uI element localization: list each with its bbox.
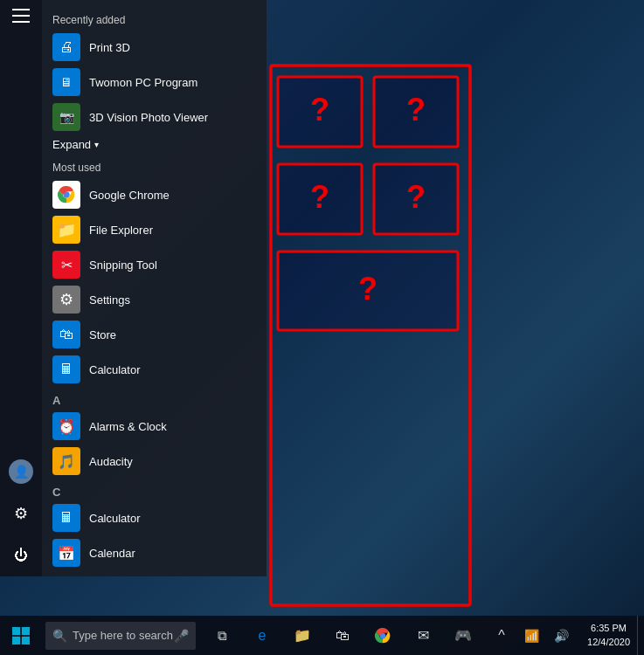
app-icon-snipping: ✂ — [52, 251, 80, 279]
desktop: ? ? ? ? ? 👤 ⚙ ⏻ — [0, 0, 644, 616]
svg-rect-0 — [271, 66, 470, 605]
svg-text:?: ? — [310, 179, 329, 215]
app-icon-audacity: 🎵 — [52, 447, 80, 475]
task-view-icon: ⧉ — [218, 628, 227, 644]
app-item-calendar[interactable]: 📅 Calendar — [42, 535, 267, 570]
app-item-calculator-c[interactable]: 🖩 Calculator — [42, 500, 267, 535]
app-item-settings[interactable]: ⚙ Settings — [42, 282, 267, 317]
app-icon-explorer: 📁 — [52, 216, 80, 244]
power-button[interactable]: ⏻ — [0, 534, 42, 576]
app-item-3dvision[interactable]: 📷 3D Vision Photo Viewer — [42, 100, 267, 134]
app-item-explorer[interactable]: 📁 File Explorer — [42, 212, 267, 247]
app-item-calculator-used[interactable]: 🖩 Calculator — [42, 352, 267, 387]
windows-logo-icon — [12, 627, 30, 645]
show-desktop-button[interactable] — [637, 616, 644, 655]
clock-time: 6:35 PM — [591, 622, 627, 635]
app-name-settings: Settings — [89, 293, 130, 307]
alpha-c: C — [42, 479, 267, 500]
chevron-up-icon: ^ — [498, 628, 505, 644]
app-item-store[interactable]: 🛍 Store — [42, 317, 267, 352]
microphone-icon[interactable]: 🎤 — [174, 629, 189, 643]
recently-added-label: Recently added — [42, 7, 267, 30]
taskbar-pinned-apps: ⧉ e 📁 🛍 ✉ 🎮 — [203, 616, 482, 655]
app-item-chrome[interactable]: Google Chrome — [42, 177, 267, 212]
avatar: 👤 — [9, 459, 33, 484]
taskbar-explorer[interactable]: 📁 — [283, 616, 322, 655]
svg-rect-14 — [12, 636, 20, 644]
svg-rect-9 — [278, 252, 458, 330]
svg-rect-1 — [278, 77, 362, 147]
network-icon: 📶 — [524, 629, 539, 643]
app-icon-chrome — [52, 181, 80, 209]
explorer-taskbar-icon: 📁 — [294, 627, 311, 644]
svg-rect-13 — [22, 627, 30, 635]
app-name-twomon: Twomon PC Program — [89, 76, 197, 89]
app-name-3dvision: 3D Vision Photo Viewer — [89, 111, 208, 124]
app-name-calculator-c: Calculator — [89, 512, 141, 525]
svg-rect-15 — [22, 636, 30, 644]
app-item-audacity[interactable]: 🎵 Audacity — [42, 444, 267, 479]
svg-rect-12 — [12, 627, 20, 635]
app-icon-print3d: 🖨 — [52, 33, 80, 61]
tray-volume[interactable]: 🔊 — [547, 616, 575, 655]
app-icon-store: 🛍 — [52, 321, 80, 348]
app-item-alarms[interactable]: ⏰ Alarms & Clock — [42, 409, 267, 444]
taskbar: 🔍 Type here to search 🎤 ⧉ e 📁 🛍 ✉ — [0, 616, 644, 655]
app-name-chrome: Google Chrome — [89, 189, 170, 202]
taskbar-chrome[interactable] — [364, 616, 402, 655]
start-button[interactable] — [0, 616, 42, 655]
app-icon-twomon: 🖥 — [52, 68, 80, 96]
start-menu: 👤 ⚙ ⏻ Recently added 🖨 Print 3D — [0, 0, 267, 576]
tray-chevron[interactable]: ^ — [488, 616, 516, 655]
svg-text:?: ? — [406, 92, 426, 128]
svg-rect-5 — [278, 164, 362, 234]
start-menu-sidebar: 👤 ⚙ ⏻ — [0, 0, 42, 576]
chevron-down-icon: ▾ — [94, 140, 99, 149]
app-icon-calculator-used: 🖩 — [52, 355, 80, 383]
app-icon-3dvision: 📷 — [52, 103, 80, 131]
app-icon-calculator-c: 🖩 — [52, 504, 80, 532]
app-name-alarms: Alarms & Clock — [89, 420, 167, 433]
search-bar[interactable]: 🔍 Type here to search 🎤 — [45, 622, 196, 650]
alpha-a: A — [42, 387, 267, 409]
taskbar-extra[interactable]: 🎮 — [444, 616, 482, 655]
clock-date: 12/4/2020 — [587, 636, 630, 649]
mail-taskbar-icon: ✉ — [418, 627, 429, 644]
edge-icon: e — [259, 628, 267, 644]
extra-taskbar-icon: 🎮 — [454, 627, 472, 644]
app-item-print3d[interactable]: 🖨 Print 3D — [42, 30, 267, 65]
app-icon-settings: ⚙ — [52, 286, 80, 314]
chrome-taskbar-icon — [374, 627, 391, 645]
search-icon: 🔍 — [52, 629, 67, 643]
taskbar-edge[interactable]: e — [243, 616, 281, 655]
system-tray: ^ 📶 🔊 — [482, 616, 580, 655]
hamburger-menu[interactable] — [12, 9, 30, 23]
settings-button[interactable]: ⚙ — [0, 493, 42, 534]
search-placeholder: Type here to search — [73, 629, 174, 642]
taskbar-store[interactable]: 🛍 — [323, 616, 362, 655]
expand-button[interactable]: Expand ▾ — [42, 134, 267, 155]
svg-text:?: ? — [406, 179, 426, 215]
app-name-snipping: Snipping Tool — [89, 259, 157, 272]
chrome-svg — [57, 185, 76, 204]
app-item-twomon[interactable]: 🖥 Twomon PC Program — [42, 65, 267, 100]
taskbar-task-view[interactable]: ⧉ — [203, 616, 241, 655]
svg-text:?: ? — [310, 92, 329, 128]
app-icon-alarms: ⏰ — [52, 412, 80, 440]
app-name-store: Store — [89, 328, 116, 341]
app-icon-calendar: 📅 — [52, 539, 80, 567]
taskbar-right: ^ 📶 🔊 6:35 PM 12/4/2020 — [482, 616, 644, 655]
app-name-print3d: Print 3D — [89, 41, 130, 54]
app-name-calculator-used: Calculator — [89, 363, 141, 376]
start-menu-content: Recently added 🖨 Print 3D 🖥 Twomon PC Pr… — [42, 0, 267, 576]
gear-icon: ⚙ — [14, 504, 28, 523]
app-name-calendar: Calendar — [89, 547, 135, 560]
hand-drawn-overlay: ? ? ? ? ? — [262, 61, 481, 611]
app-item-snipping[interactable]: ✂ Snipping Tool — [42, 247, 267, 282]
taskbar-mail[interactable]: ✉ — [404, 616, 442, 655]
volume-icon: 🔊 — [554, 629, 569, 643]
tray-network[interactable]: 📶 — [517, 616, 545, 655]
user-avatar-button[interactable]: 👤 — [0, 451, 42, 493]
app-name-audacity: Audacity — [89, 455, 133, 468]
clock-area[interactable]: 6:35 PM 12/4/2020 — [580, 616, 637, 655]
